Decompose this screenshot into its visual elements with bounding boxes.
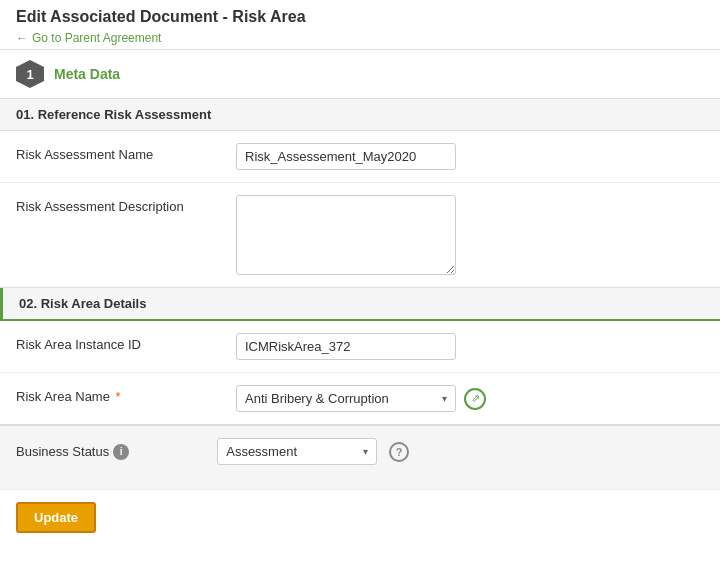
link-icon-button[interactable]: ⇗: [464, 388, 486, 410]
control-risk-area-instance-id: [236, 333, 704, 360]
action-bar: Update: [0, 489, 720, 545]
risk-area-name-select-wrapper: Anti Bribery & Corruption Compliance Fin…: [236, 385, 456, 412]
business-status-select-wrapper: Assessment Active Inactive ▾: [217, 438, 377, 465]
update-button[interactable]: Update: [16, 502, 96, 533]
control-risk-assessment-description: [236, 195, 704, 275]
arrow-left-icon: ←: [16, 31, 28, 45]
help-icon[interactable]: ?: [389, 442, 409, 462]
field-row-risk-area-name: Risk Area Name * Anti Bribery & Corrupti…: [0, 373, 720, 424]
control-risk-assessment-name: [236, 143, 704, 170]
label-risk-assessment-name: Risk Assessment Name: [16, 143, 236, 162]
step-badge: 1: [16, 60, 44, 88]
page-header: Edit Associated Document - Risk Area ← G…: [0, 0, 720, 50]
risk-assessment-description-textarea[interactable]: [236, 195, 456, 275]
page-title: Edit Associated Document - Risk Area: [16, 8, 704, 26]
label-risk-assessment-description: Risk Assessment Description: [16, 195, 236, 214]
field-row-risk-assessment-description: Risk Assessment Description: [0, 183, 720, 287]
section-reference-risk-assessment: 01. Reference Risk Assessment Risk Asses…: [0, 99, 720, 288]
section-title-2: 02. Risk Area Details: [0, 288, 720, 321]
control-risk-area-name: Anti Bribery & Corruption Compliance Fin…: [236, 385, 704, 412]
section-risk-area-details: 02. Risk Area Details Risk Area Instance…: [0, 288, 720, 425]
breadcrumb-link[interactable]: ← Go to Parent Agreement: [16, 31, 161, 45]
breadcrumb-label: Go to Parent Agreement: [32, 31, 161, 45]
section-title-1: 01. Reference Risk Assessment: [0, 99, 720, 131]
risk-assessment-name-input[interactable]: [236, 143, 456, 170]
business-status-row: Business Status i Assessment Active Inac…: [16, 438, 704, 465]
field-row-risk-area-instance-id: Risk Area Instance ID: [0, 321, 720, 373]
step-label: Meta Data: [54, 66, 120, 82]
risk-area-name-select[interactable]: Anti Bribery & Corruption Compliance Fin…: [237, 386, 455, 411]
risk-area-instance-id-input[interactable]: [236, 333, 456, 360]
step-header: 1 Meta Data: [0, 50, 720, 99]
label-risk-area-name: Risk Area Name *: [16, 385, 236, 404]
info-icon[interactable]: i: [113, 444, 129, 460]
field-row-risk-assessment-name: Risk Assessment Name: [0, 131, 720, 183]
label-risk-area-instance-id: Risk Area Instance ID: [16, 333, 236, 352]
business-status-select[interactable]: Assessment Active Inactive: [218, 439, 376, 464]
link-icon: ⇗: [471, 392, 480, 405]
bottom-bar: Business Status i Assessment Active Inac…: [0, 425, 720, 489]
required-indicator: *: [112, 389, 121, 404]
business-status-label: Business Status i: [16, 444, 129, 460]
